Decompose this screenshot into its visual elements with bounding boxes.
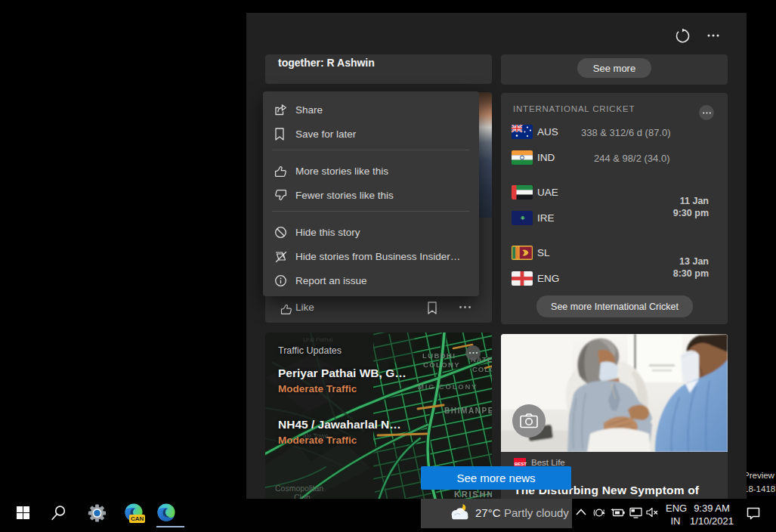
- svg-text:BHIMANPE: BHIMANPE: [444, 407, 492, 415]
- svg-text:MIG COLONY: MIG COLONY: [418, 382, 478, 391]
- svg-text:Club: Club: [294, 493, 311, 499]
- svg-text:COLO: COLO: [472, 365, 492, 373]
- svg-text:Cosmopolitan: Cosmopolitan: [275, 484, 323, 493]
- svg-text:Urai Pathai: Urai Pathai: [303, 336, 333, 343]
- svg-text:KRISHN: KRISHN: [454, 490, 492, 499]
- svg-text:COLONY: COLONY: [423, 360, 460, 369]
- svg-text:LUBDHI: LUBDHI: [422, 351, 456, 360]
